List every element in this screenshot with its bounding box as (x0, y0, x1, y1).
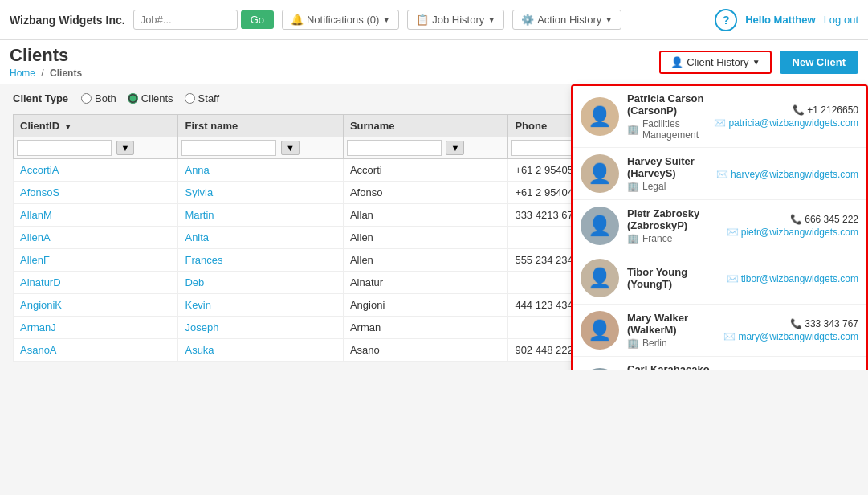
filter-surname-input[interactable] (347, 140, 442, 156)
filter-clientid-button[interactable]: ▼ (116, 141, 135, 155)
notifications-button[interactable]: 🔔 Notifications (0) ▼ (282, 10, 399, 30)
cell-surname: Allan (343, 204, 507, 227)
client-id-link[interactable]: AlnaturD (20, 276, 61, 288)
firstname-value: Martin (185, 209, 214, 221)
dropdown-email: ✉️ pietr@wizbangwidgets.com (727, 227, 858, 238)
col-clientid[interactable]: ClientID ▼ (14, 115, 178, 137)
firstname-value: Deb (185, 276, 204, 288)
firstname-value: Asuka (185, 344, 214, 356)
radio-both-label: Both (95, 92, 116, 104)
cell-firstname: Asuka (178, 339, 343, 362)
radio-both[interactable]: Both (81, 92, 116, 104)
breadcrumb: Home / Clients (10, 68, 651, 79)
dropdown-name: Pietr Zabrosky (ZabroskyP) (627, 207, 727, 231)
dropdown-item[interactable]: 👤 Pietr Zabrosky (ZabroskyP) 🏢 France 📞 … (573, 200, 866, 252)
new-client-button[interactable]: New Client (780, 51, 858, 74)
dropdown-info: Pietr Zabrosky (ZabroskyP) 🏢 France (627, 207, 727, 244)
breadcrumb-home[interactable]: Home (10, 68, 35, 79)
avatar: 👤 (581, 97, 619, 136)
cell-clientid: ArmanJ (14, 317, 178, 339)
cell-surname: Allen (343, 249, 507, 272)
avatar: 👤 (581, 311, 619, 350)
firstname-value: Frances (185, 254, 222, 266)
cell-clientid: AlnaturD (14, 272, 178, 294)
client-id-link[interactable]: AccortiA (20, 164, 59, 176)
cell-surname: Accorti (343, 159, 507, 182)
client-id-link[interactable]: AfonsoS (20, 186, 59, 198)
filter-firstname: ▼ (178, 137, 343, 159)
cell-surname: Asano (343, 339, 507, 362)
job-history-button[interactable]: 📋 Job History ▼ (407, 10, 504, 30)
page-title: Clients (10, 45, 651, 66)
sort-icon: ▼ (64, 122, 72, 131)
filter-surname-button[interactable]: ▼ (446, 141, 464, 155)
email-icon: ✉️ (714, 117, 726, 129)
dropdown-item[interactable]: 👤 Carl Karabacako (KarabacakoC) 🏢 Facili… (573, 357, 866, 370)
email-icon: ✉️ (716, 169, 728, 180)
client-id-link[interactable]: AllanM (20, 209, 52, 221)
radio-both-input[interactable] (81, 93, 92, 104)
cell-surname: Arman (343, 317, 507, 339)
username-link[interactable]: Hello Matthew (745, 14, 815, 26)
dropdown-contact: ✉️ tibor@wizbangwidgets.com (727, 272, 858, 284)
client-id-link[interactable]: AsanoA (20, 344, 57, 356)
avatar: 👤 (581, 207, 619, 245)
client-id-link[interactable]: AllenF (20, 254, 50, 266)
filter-clientid-input[interactable] (17, 140, 112, 156)
radio-staff-label: Staff (198, 92, 220, 104)
dropdown-name: Tibor Young (YoungT) (627, 266, 727, 290)
chevron-down-icon: ▼ (752, 58, 760, 67)
cell-clientid: AngioniK (14, 294, 178, 317)
dropdown-name: Carl Karabacako (KarabacakoC) (627, 363, 730, 370)
email-icon: ✉️ (723, 331, 736, 342)
job-history-icon: 📋 (416, 14, 429, 26)
avatar: 👤 (581, 154, 619, 193)
dropdown-phone: 📞 +1 2126650 (714, 104, 858, 116)
notifications-label: Notifications (0) (307, 14, 379, 26)
dropdown-item[interactable]: 👤 Patricia Carson (CarsonP) 🏢 Facilities… (573, 86, 866, 148)
dropdown-name: Harvey Suiter (HarveyS) (627, 155, 716, 179)
radio-clients-label: Clients (141, 92, 173, 104)
search-input[interactable] (133, 10, 238, 30)
go-button[interactable]: Go (241, 10, 274, 29)
dropdown-email: ✉️ tibor@wizbangwidgets.com (727, 273, 858, 284)
radio-staff[interactable]: Staff (185, 92, 220, 104)
radio-staff-input[interactable] (185, 93, 195, 104)
header: Wizbang Widgets Inc. Go 🔔 Notifications … (0, 0, 868, 40)
client-history-button[interactable]: 👤 Client History ▼ (659, 51, 771, 74)
filter-surname: ▼ (343, 137, 507, 159)
phone-icon: 📞 (790, 214, 802, 225)
help-button[interactable]: ? (715, 9, 737, 31)
radio-clients[interactable]: Clients (128, 92, 173, 104)
building-icon: 🏢 (627, 181, 639, 192)
page-title-area: Clients Home / Clients (10, 45, 651, 79)
dropdown-dept: 🏢 Facilities Management (627, 118, 714, 141)
cell-clientid: AccortiA (14, 159, 178, 182)
client-id-link[interactable]: ArmanJ (20, 321, 56, 333)
dropdown-item[interactable]: 👤 Harvey Suiter (HarveyS) 🏢 Legal ✉️ har… (573, 148, 866, 200)
dropdown-item[interactable]: 👤 Mary Walker (WalkerM) 🏢 Berlin 📞 333 3… (573, 305, 866, 357)
filter-firstname-input[interactable] (181, 140, 276, 156)
action-history-button[interactable]: ⚙️ Action History ▼ (512, 10, 621, 30)
radio-clients-input[interactable] (128, 93, 138, 104)
dropdown-dept: 🏢 Berlin (627, 338, 723, 349)
cell-surname: Allen (343, 227, 507, 249)
chevron-down-icon: ▼ (487, 15, 495, 24)
dropdown-contact: 📞 666 345 222 ✉️ pietr@wizbangwidgets.co… (727, 214, 858, 238)
logout-link[interactable]: Log out (824, 14, 858, 26)
dropdown-email: ✉️ mary@wizbangwidgets.com (723, 331, 858, 342)
cell-clientid: AsanoA (14, 339, 178, 362)
col-firstname[interactable]: First name (178, 115, 343, 137)
client-id-link[interactable]: AllenA (20, 231, 51, 243)
cell-firstname: Anita (178, 227, 343, 249)
col-surname[interactable]: Surname (343, 115, 507, 137)
filter-firstname-button[interactable]: ▼ (281, 141, 300, 155)
sub-toolbar: Clients Home / Clients 👤 Client History … (0, 40, 868, 84)
phone-icon: 📞 (793, 104, 805, 116)
client-id-link[interactable]: AngioniK (20, 299, 62, 311)
cell-surname: Alnatur (343, 272, 507, 294)
firstname-value: Anna (185, 164, 209, 176)
cell-firstname: Frances (178, 249, 343, 272)
client-history-icon: 👤 (670, 56, 683, 68)
dropdown-item[interactable]: 👤 Tibor Young (YoungT) ✉️ tibor@wizbangw… (573, 252, 866, 305)
